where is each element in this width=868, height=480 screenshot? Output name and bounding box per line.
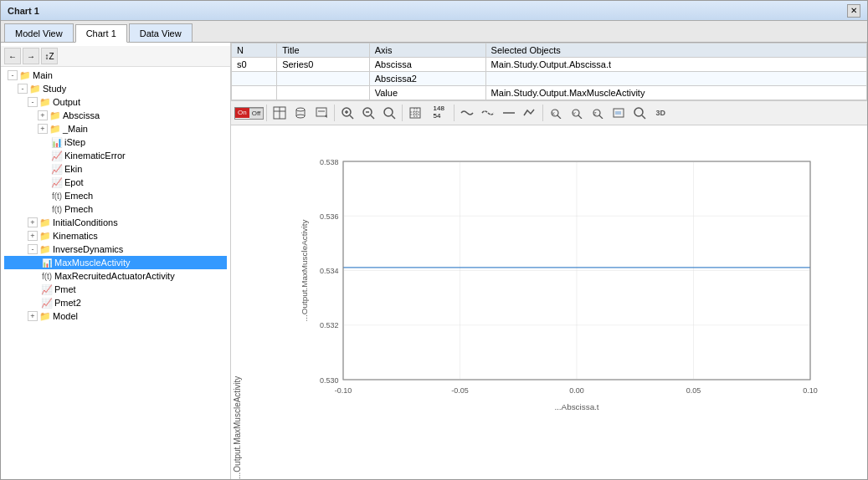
zoom-reset-button[interactable] [358, 103, 378, 123]
zoom-out-button[interactable] [379, 103, 399, 123]
tree-item-model[interactable]: + 📁 Model [4, 309, 227, 323]
expand-inverse-dynamics[interactable]: - [28, 244, 38, 254]
series-objects-0: Main.Study.Output.Abscissa.t [485, 58, 866, 72]
edit-button[interactable] [311, 103, 331, 123]
three-d-button[interactable]: 3D [650, 103, 670, 123]
tree-item-output[interactable]: - 📁 Output [4, 95, 227, 109]
back-button[interactable]: ← [4, 48, 21, 64]
tree-item-max-recruited[interactable]: f(t) MaxRecruitedActuatorActivity [4, 269, 227, 283]
svg-rect-7 [316, 108, 326, 116]
separator-5 [542, 105, 543, 121]
expand-kinematics[interactable]: + [28, 231, 38, 241]
grid-button[interactable] [405, 103, 425, 123]
series-row-1[interactable]: Abscissa2 [232, 72, 867, 86]
tree-item-kinematic-error[interactable]: 📈 KinematicError [4, 149, 227, 162]
svg-text:0.00: 0.00 [569, 386, 584, 395]
series-table: N Title Axis Selected Objects s0 Series0… [231, 43, 867, 101]
label-istep: iStep [64, 137, 85, 147]
separator-4 [454, 105, 455, 121]
svg-text:0.530: 0.530 [320, 376, 339, 385]
tree-item-emech[interactable]: f(t) Emech [4, 189, 227, 202]
tree-item-istep[interactable]: 📊 iStep [4, 135, 227, 149]
select-button[interactable] [609, 103, 629, 123]
zoom-in-button[interactable] [337, 103, 357, 123]
scatter-button[interactable] [520, 103, 540, 123]
svg-line-32 [599, 115, 603, 119]
svg-text:0.538: 0.538 [320, 158, 339, 166]
tree-item-study[interactable]: - 📁 Study [4, 82, 227, 95]
svg-text:0.05: 0.05 [686, 386, 701, 395]
svg-text:Z: Z [593, 111, 597, 116]
tab-model-view[interactable]: Model View [4, 23, 74, 42]
tree-item-pmet[interactable]: 📈 Pmet [4, 283, 227, 296]
sort-button[interactable]: ↕Z [41, 48, 58, 64]
line-style-3-button[interactable] [499, 103, 519, 123]
chart-icon-ekin: 📈 [51, 163, 63, 175]
svg-text:0.534: 0.534 [320, 267, 339, 275]
tab-bar: Model View Chart 1 Data View [1, 21, 867, 43]
tree-item-max-muscle-activity[interactable]: 📊 MaxMuscleActivity [4, 256, 227, 269]
label-main: Main [33, 70, 53, 80]
tab-chart-1[interactable]: Chart 1 [75, 24, 127, 43]
expand-_main[interactable]: + [38, 124, 48, 134]
line-style-1-button[interactable] [457, 103, 477, 123]
folder-icon-kinematics: 📁 [39, 230, 51, 242]
tree-item-ekin[interactable]: 📈 Ekin [4, 162, 227, 176]
forward-button[interactable]: → [23, 48, 39, 64]
expand-study[interactable]: - [18, 84, 28, 94]
series-col-axis: Axis [369, 43, 485, 58]
zoom-x-button[interactable]: X [546, 103, 566, 123]
tree-item-kinematics[interactable]: + 📁 Kinematics [4, 229, 227, 243]
label-pmech: Pmech [64, 204, 93, 214]
folder-icon-abscissa: 📁 [49, 110, 61, 121]
zoom-z-button[interactable]: Z [588, 103, 608, 123]
expand-initial-conditions[interactable]: + [28, 217, 38, 227]
series-row-2[interactable]: Value Main.Study.Output.MaxMuscleActivit… [232, 86, 867, 100]
folder-icon-initial-conditions: 📁 [39, 217, 51, 228]
label-kinematics: Kinematics [53, 231, 98, 241]
tree-item-main[interactable]: - 📁 Main [4, 69, 227, 82]
window-title: Chart 1 [8, 6, 39, 16]
expand-abscissa[interactable]: + [38, 110, 48, 120]
series-axis-1: Abscissa2 [369, 72, 485, 86]
separator-2 [334, 105, 335, 121]
svg-text:0.10: 0.10 [803, 386, 818, 395]
tree-item-pmech[interactable]: f(t) Pmech [4, 202, 227, 216]
chart-icon-emech: f(t) [51, 190, 63, 202]
zoom-y-button[interactable]: Y [567, 103, 587, 123]
chart-icon-pmech: f(t) [51, 203, 63, 215]
series-row-0[interactable]: s0 Series0 Abscissa Main.Study.Output.Ab… [232, 58, 867, 72]
svg-marker-9 [325, 115, 327, 118]
chart-svg: 0.538 0.536 0.534 0.532 0.530 -0.10 -0.0… [298, 134, 825, 437]
series-axis-2: Value [369, 86, 485, 100]
folder-icon-_main: 📁 [49, 123, 61, 135]
cylinder-button[interactable] [290, 103, 311, 123]
svg-text:-0.05: -0.05 [451, 386, 469, 395]
label-initial-conditions: InitialConditions [53, 217, 118, 227]
count-button[interactable]: 14854 [426, 103, 451, 123]
tab-data-view[interactable]: Data View [129, 23, 193, 42]
svg-point-6 [296, 115, 305, 118]
svg-text:0.536: 0.536 [320, 212, 339, 221]
separator-3 [402, 105, 403, 121]
tree-item-inverse-dynamics[interactable]: - 📁 InverseDynamics [4, 243, 227, 256]
tree-item-abscissa[interactable]: + 📁 Abscissa [4, 109, 227, 122]
chart-icon-istep: 📊 [51, 136, 63, 148]
chart-icon-max-recruited: f(t) [41, 270, 53, 282]
label-inverse-dynamics: InverseDynamics [53, 244, 123, 254]
close-button[interactable]: ✕ [847, 4, 860, 18]
tree-item-_main[interactable]: + 📁 _Main [4, 122, 227, 135]
expand-model[interactable]: + [28, 311, 38, 321]
svg-line-15 [371, 115, 374, 119]
search-button[interactable] [629, 103, 650, 123]
tree-item-epot[interactable]: 📈 Epot [4, 176, 227, 189]
on-off-toggle[interactable]: On Off [234, 107, 264, 120]
line-style-2-button[interactable] [478, 103, 498, 123]
expand-main[interactable]: - [8, 70, 18, 80]
tree-item-initial-conditions[interactable]: + 📁 InitialConditions [4, 216, 227, 229]
tree-item-pmet2[interactable]: 📈 Pmet2 [4, 296, 227, 309]
expand-output[interactable]: - [28, 97, 38, 107]
table-button[interactable] [270, 103, 290, 123]
label-abscissa: Abscissa [63, 110, 100, 120]
svg-rect-19 [410, 108, 420, 118]
